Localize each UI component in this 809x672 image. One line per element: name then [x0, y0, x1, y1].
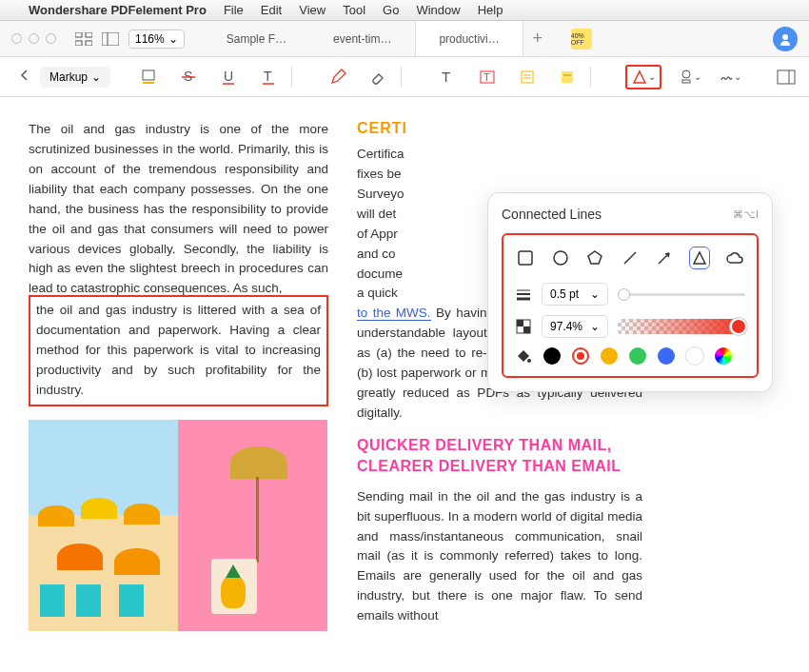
image-row — [29, 420, 328, 631]
svg-point-23 — [682, 70, 690, 78]
paragraph-left-b: the oil and gas industry is littered wit… — [36, 301, 321, 401]
opacity-icon — [515, 318, 532, 335]
beach-image — [29, 420, 178, 631]
triangle-icon — [631, 69, 648, 86]
svg-rect-2 — [75, 41, 82, 46]
sidebar-toggle-icon[interactable] — [102, 32, 119, 46]
svg-text:S: S — [184, 69, 192, 84]
stamp-tool[interactable]: ⌄ — [679, 66, 701, 89]
underline-tool[interactable]: U — [217, 66, 240, 89]
heading-quicker-delivery: QUICKER DELIVERY THAN MAIL, CLEARER DELI… — [357, 435, 642, 478]
opacity-slider[interactable] — [618, 319, 745, 334]
window-controls — [11, 33, 56, 44]
toolbar: Markup ⌄ S U T T T ⌄ ⌄ ⌄ — [0, 57, 809, 97]
color-black[interactable] — [543, 347, 561, 365]
svg-point-37 — [527, 359, 531, 363]
text-markup-tool[interactable]: T — [257, 66, 280, 89]
color-white[interactable] — [686, 347, 703, 365]
promo-badge[interactable]: 40% OFF — [571, 29, 592, 49]
color-red[interactable] — [572, 347, 589, 365]
chevron-down-icon: ⌄ — [648, 71, 656, 82]
svg-rect-1 — [86, 32, 92, 37]
pencil-tool[interactable] — [326, 66, 349, 89]
svg-point-28 — [554, 251, 567, 265]
pentagon-shape[interactable] — [584, 247, 606, 269]
maximize-window-icon[interactable] — [46, 33, 56, 44]
svg-rect-36 — [523, 326, 530, 333]
square-shape[interactable] — [515, 247, 537, 269]
svg-rect-35 — [517, 320, 523, 326]
chevron-down-icon: ⌄ — [590, 320, 600, 333]
menu-tool[interactable]: Tool — [343, 3, 365, 17]
menu-help[interactable]: Help — [478, 3, 503, 17]
chevron-down-icon: ⌄ — [168, 32, 178, 46]
opacity-input[interactable]: 97.4%⌄ — [542, 315, 608, 338]
svg-point-6 — [782, 34, 788, 40]
person-icon — [779, 32, 792, 46]
shapes-tool-active[interactable]: ⌄ — [625, 65, 661, 89]
color-green[interactable] — [629, 347, 646, 365]
menu-go[interactable]: Go — [383, 3, 399, 17]
svg-line-30 — [659, 253, 669, 264]
sticky-note-tool[interactable] — [556, 66, 579, 89]
fill-icon — [515, 347, 532, 365]
rectangle-annotation[interactable]: the oil and gas industry is littered wit… — [29, 295, 328, 406]
svg-rect-27 — [519, 251, 532, 265]
note-tool[interactable] — [516, 66, 539, 89]
chevron-down-icon: ⌄ — [590, 287, 600, 301]
shape-picker-row — [515, 247, 745, 269]
svg-text:T: T — [442, 69, 450, 85]
tab-productivity[interactable]: productivi… — [415, 21, 523, 56]
svg-line-29 — [624, 252, 636, 264]
svg-rect-18 — [522, 71, 533, 83]
user-avatar[interactable] — [773, 27, 798, 51]
titlebar: 116% ⌄ Sample F… event-tim… productivi… … — [0, 21, 809, 57]
color-row — [515, 347, 745, 365]
back-button[interactable] — [11, 65, 36, 89]
svg-text:T: T — [483, 71, 490, 83]
menu-window[interactable]: Window — [416, 3, 460, 17]
minimize-window-icon[interactable] — [29, 33, 39, 44]
thickness-input[interactable]: 0.5 pt⌄ — [542, 283, 608, 306]
color-blue[interactable] — [658, 347, 675, 365]
paragraph-right-bottom: Sending mail in the oil and the gas indu… — [357, 487, 642, 626]
color-picker[interactable] — [715, 347, 732, 365]
markup-dropdown[interactable]: Markup ⌄ — [40, 67, 110, 88]
menu-file[interactable]: File — [224, 3, 244, 17]
menu-view[interactable]: View — [299, 3, 326, 17]
close-window-icon[interactable] — [11, 33, 22, 44]
thickness-slider[interactable] — [618, 293, 745, 296]
svg-text:T: T — [264, 69, 272, 84]
document-content: The oil and gas industry is one of the m… — [0, 97, 809, 672]
svg-rect-8 — [143, 82, 154, 84]
color-yellow[interactable] — [601, 347, 618, 365]
cloud-shape[interactable] — [723, 247, 745, 269]
signature-tool[interactable]: ⌄ — [719, 66, 741, 89]
svg-rect-3 — [86, 41, 92, 46]
app-name[interactable]: Wondershare PDFelement Pro — [29, 3, 207, 17]
circle-shape[interactable] — [550, 247, 572, 269]
highlight-tool[interactable] — [137, 66, 160, 89]
svg-text:U: U — [224, 69, 233, 84]
text-tool[interactable]: T — [436, 66, 459, 89]
menu-edit[interactable]: Edit — [261, 3, 282, 17]
triangle-shape-selected[interactable] — [689, 247, 711, 269]
pineapple-image — [178, 420, 327, 631]
textbox-tool[interactable]: T — [476, 66, 499, 89]
markup-label: Markup — [49, 70, 88, 84]
line-shape[interactable] — [620, 247, 641, 269]
svg-rect-4 — [102, 32, 119, 46]
strikethrough-tool[interactable]: S — [177, 66, 200, 89]
svg-rect-7 — [143, 70, 154, 80]
arrow-shape[interactable] — [654, 247, 676, 269]
tab-event[interactable]: event-tim… — [310, 21, 415, 56]
mws-link[interactable]: to the MWS. — [357, 306, 431, 321]
chevron-down-icon: ⌄ — [91, 70, 101, 84]
new-tab-button[interactable]: + — [523, 21, 552, 56]
popup-title: Connected Lines — [502, 207, 602, 222]
grid-view-icon[interactable] — [75, 32, 92, 46]
eraser-tool[interactable] — [366, 66, 389, 89]
panel-toggle[interactable] — [775, 66, 798, 89]
tab-sample[interactable]: Sample F… — [204, 21, 310, 56]
zoom-select[interactable]: 116% ⌄ — [128, 30, 185, 49]
